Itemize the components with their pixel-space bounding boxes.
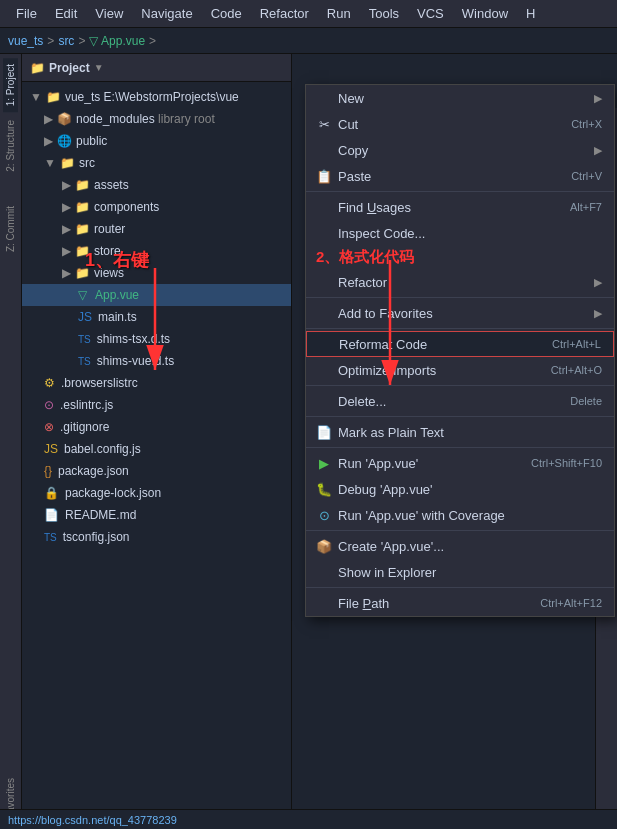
ctx-new[interactable]: New ▶ [306, 85, 614, 111]
tree-tsconfig[interactable]: TS tsconfig.json [22, 526, 291, 548]
ctx-debug-label: 🐛 Debug 'App.vue' [316, 482, 433, 497]
maints-label: main.ts [98, 310, 137, 324]
tree-public[interactable]: ▶ 🌐 public [22, 130, 291, 152]
components-folder-icon: 📁 [75, 200, 90, 214]
menu-window[interactable]: Window [454, 4, 516, 23]
tree-readme[interactable]: 📄 README.md [22, 504, 291, 526]
menu-refactor[interactable]: Refactor [252, 4, 317, 23]
tree-src[interactable]: ▼ 📁 src [22, 152, 291, 174]
breadcrumb-vuets[interactable]: vue_ts [8, 34, 43, 48]
ctx-new-label: New [316, 91, 364, 106]
ctx-findusages[interactable]: Find Usages Alt+F7 [306, 194, 614, 220]
ctx-paste[interactable]: 📋 Paste Ctrl+V [306, 163, 614, 189]
menu-navigate[interactable]: Navigate [133, 4, 200, 23]
breadcrumb-sep2: > [78, 34, 85, 48]
browserslistrc-label: .browserslistrc [61, 376, 138, 390]
status-bar: https://blog.csdn.net/qq_43778239 [0, 809, 617, 829]
tree-appvue[interactable]: ▽ App.vue [22, 284, 291, 306]
tree-router[interactable]: ▶ 📁 router [22, 218, 291, 240]
breadcrumb: vue_ts > src > ▽ App.vue > [0, 28, 617, 54]
ctx-create-label: 📦 Create 'App.vue'... [316, 539, 444, 554]
ctx-copy[interactable]: Copy ▶ [306, 137, 614, 163]
ctx-inspectcode[interactable]: Inspect Code... [306, 220, 614, 246]
components-label: components [94, 200, 159, 214]
ctx-refactor-label: Refactor [316, 275, 387, 290]
sep7 [306, 530, 614, 531]
ctx-favorites[interactable]: Add to Favorites ▶ [306, 300, 614, 326]
ctx-optimizeimports[interactable]: Optimize Imports Ctrl+Alt+O [306, 357, 614, 383]
ctx-coverage-label: ⊙ Run 'App.vue' with Coverage [316, 508, 505, 523]
ctx-run[interactable]: ▶ Run 'App.vue' Ctrl+Shift+F10 [306, 450, 614, 476]
ctx-showinexplorer[interactable]: Show in Explorer [306, 559, 614, 585]
tree-maints[interactable]: JS main.ts [22, 306, 291, 328]
ctx-delete[interactable]: Delete... Delete [306, 388, 614, 414]
assets-folder-icon: 📁 [75, 178, 90, 192]
tree-store[interactable]: ▶ 📁 store [22, 240, 291, 262]
ctx-showinexplorer-label: Show in Explorer [316, 565, 436, 580]
root-label: vue_ts E:\WebstormProjects\vue [65, 90, 239, 104]
ctx-reformat[interactable]: Reformat Code Ctrl+Alt+L [306, 331, 614, 357]
breadcrumb-appvue[interactable]: ▽ App.vue [89, 34, 145, 48]
tree-babelconfig[interactable]: JS babel.config.js [22, 438, 291, 460]
appvue-label: App.vue [95, 288, 139, 302]
coverage-icon: ⊙ [316, 508, 332, 523]
ctx-cut[interactable]: ✂ Cut Ctrl+X [306, 111, 614, 137]
breadcrumb-src[interactable]: src [58, 34, 74, 48]
run-shortcut: Ctrl+Shift+F10 [531, 457, 602, 469]
assets-label: assets [94, 178, 129, 192]
status-url: https://blog.csdn.net/qq_43778239 [8, 814, 177, 826]
ctx-debug[interactable]: 🐛 Debug 'App.vue' [306, 476, 614, 502]
menu-file[interactable]: File [8, 4, 45, 23]
tree-shimstsx[interactable]: TS shims-tsx.d.ts [22, 328, 291, 350]
new-arrow: ▶ [594, 92, 602, 105]
optimizeimports-shortcut: Ctrl+Alt+O [551, 364, 602, 376]
menu-help[interactable]: H [518, 4, 543, 23]
tab-commit[interactable]: Z: Commit [3, 200, 18, 258]
menu-bar: File Edit View Navigate Code Refactor Ru… [0, 0, 617, 28]
sep2 [306, 297, 614, 298]
tree-node-modules[interactable]: ▶ 📦 node_modules library root [22, 108, 291, 130]
node-expand-icon: ▶ [44, 112, 53, 126]
create-icon: 📦 [316, 539, 332, 554]
ctx-coverage[interactable]: ⊙ Run 'App.vue' with Coverage [306, 502, 614, 528]
menu-code[interactable]: Code [203, 4, 250, 23]
tree-assets[interactable]: ▶ 📁 assets [22, 174, 291, 196]
tsconfig-label: tsconfig.json [63, 530, 130, 544]
tree-components[interactable]: ▶ 📁 components [22, 196, 291, 218]
shimstsx-label: shims-tsx.d.ts [97, 332, 170, 346]
node-modules-label: node_modules library root [76, 112, 215, 126]
markplain-icon: 📄 [316, 425, 332, 440]
tree-packagelock[interactable]: 🔒 package-lock.json [22, 482, 291, 504]
ctx-refactor[interactable]: Refactor ▶ [306, 269, 614, 295]
tab-structure[interactable]: 2: Structure [3, 114, 18, 178]
ctx-filepath-label: File Path [316, 596, 389, 611]
sep5 [306, 416, 614, 417]
shimsvue-label: shims-vue.d.ts [97, 354, 174, 368]
annotation-format-inline: 2、格式化代码 [306, 246, 614, 269]
annotation-rightclick: 1、右键 [85, 248, 149, 272]
packagejson-icon: {} [44, 464, 52, 478]
menu-run[interactable]: Run [319, 4, 359, 23]
ctx-create[interactable]: 📦 Create 'App.vue'... [306, 533, 614, 559]
tree-eslintrc[interactable]: ⊙ .eslintrc.js [22, 394, 291, 416]
eslintrc-label: .eslintrc.js [60, 398, 113, 412]
copy-arrow: ▶ [594, 144, 602, 157]
tree-packagejson[interactable]: {} package.json [22, 460, 291, 482]
tree-browserslistrc[interactable]: ⚙ .browserslistrc [22, 372, 291, 394]
ctx-filepath[interactable]: File Path Ctrl+Alt+F12 [306, 590, 614, 616]
menu-vcs[interactable]: VCS [409, 4, 452, 23]
tree-gitignore[interactable]: ⊗ .gitignore [22, 416, 291, 438]
tree-root[interactable]: ▼ 📁 vue_ts E:\WebstormProjects\vue [22, 86, 291, 108]
tab-project[interactable]: 1: Project [3, 58, 18, 112]
node-modules-icon: 📦 [57, 112, 72, 126]
menu-view[interactable]: View [87, 4, 131, 23]
tree-views[interactable]: ▶ 📁 views [22, 262, 291, 284]
tree-shimsvue[interactable]: TS shims-vue.d.ts [22, 350, 291, 372]
reformat-shortcut: Ctrl+Alt+L [552, 338, 601, 350]
gitignore-label: .gitignore [60, 420, 109, 434]
cut-shortcut: Ctrl+X [571, 118, 602, 130]
menu-tools[interactable]: Tools [361, 4, 407, 23]
menu-edit[interactable]: Edit [47, 4, 85, 23]
ctx-markplain[interactable]: 📄 Mark as Plain Text [306, 419, 614, 445]
ctx-optimizeimports-label: Optimize Imports [316, 363, 436, 378]
